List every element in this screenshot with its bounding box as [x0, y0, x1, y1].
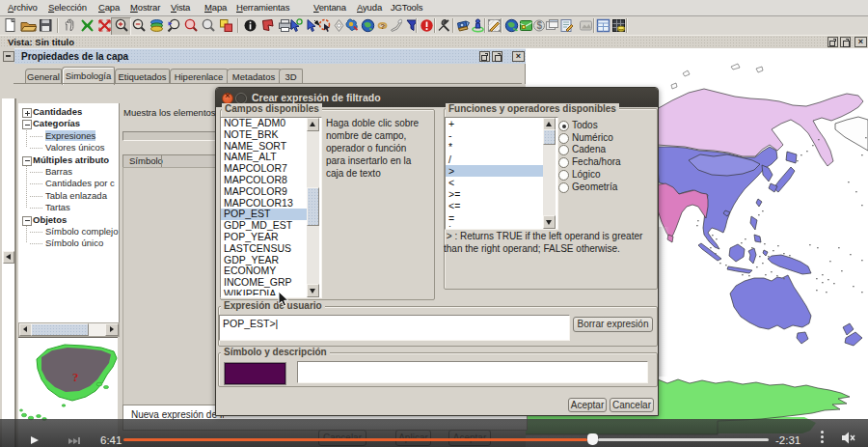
svg-text:?: ? — [72, 370, 79, 384]
svg-text:?: ? — [380, 22, 385, 31]
svg-text:$: $ — [537, 20, 543, 31]
